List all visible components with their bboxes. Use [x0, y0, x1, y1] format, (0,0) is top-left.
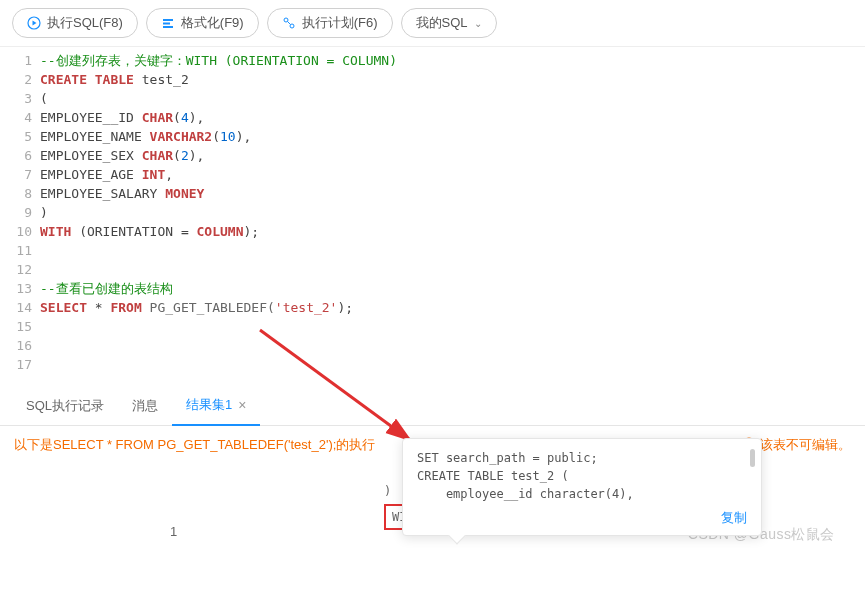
tooltip-content: SET search_path = public; CREATE TABLE t… — [417, 449, 747, 503]
my-sql-button[interactable]: 我的SQL ⌄ — [401, 8, 497, 38]
scrollbar-thumb[interactable] — [750, 449, 755, 467]
tab-result-1[interactable]: 结果集1 × — [172, 386, 260, 426]
tab-sql-history[interactable]: SQL执行记录 — [12, 386, 118, 425]
explain-label: 执行计划(F6) — [302, 14, 378, 32]
row-index: 1 — [170, 524, 177, 539]
explain-icon — [282, 16, 296, 30]
explain-button[interactable]: 执行计划(F6) — [267, 8, 393, 38]
result-query-msg: 以下是SELECT * FROM PG_GET_TABLEDEF('test_2… — [14, 436, 375, 454]
svg-rect-2 — [163, 23, 170, 25]
format-label: 格式化(F9) — [181, 14, 244, 32]
run-sql-button[interactable]: 执行SQL(F8) — [12, 8, 138, 38]
chevron-down-icon: ⌄ — [474, 18, 482, 29]
play-icon — [27, 16, 41, 30]
close-icon[interactable]: × — [238, 397, 246, 413]
format-icon — [161, 16, 175, 30]
copy-button[interactable]: 复制 — [417, 509, 747, 527]
svg-point-5 — [290, 24, 294, 28]
my-sql-label: 我的SQL — [416, 14, 468, 32]
toolbar: 执行SQL(F8) 格式化(F9) 执行计划(F6) 我的SQL ⌄ — [0, 0, 865, 46]
svg-point-4 — [284, 18, 288, 22]
tab-messages[interactable]: 消息 — [118, 386, 172, 425]
svg-line-6 — [287, 22, 290, 25]
code-area[interactable]: --创建列存表，关键字：WITH (ORIENTATION = COLUMN)C… — [40, 47, 865, 378]
svg-rect-3 — [163, 26, 173, 28]
code-editor[interactable]: 1234567891011121314151617 --创建列存表，关键字：WI… — [0, 46, 865, 378]
format-button[interactable]: 格式化(F9) — [146, 8, 259, 38]
svg-rect-1 — [163, 19, 173, 21]
run-sql-label: 执行SQL(F8) — [47, 14, 123, 32]
line-gutter: 1234567891011121314151617 — [0, 47, 40, 378]
tooltip-popover: SET search_path = public; CREATE TABLE t… — [402, 438, 762, 536]
result-tabs: SQL执行记录 消息 结果集1 × — [0, 386, 865, 426]
